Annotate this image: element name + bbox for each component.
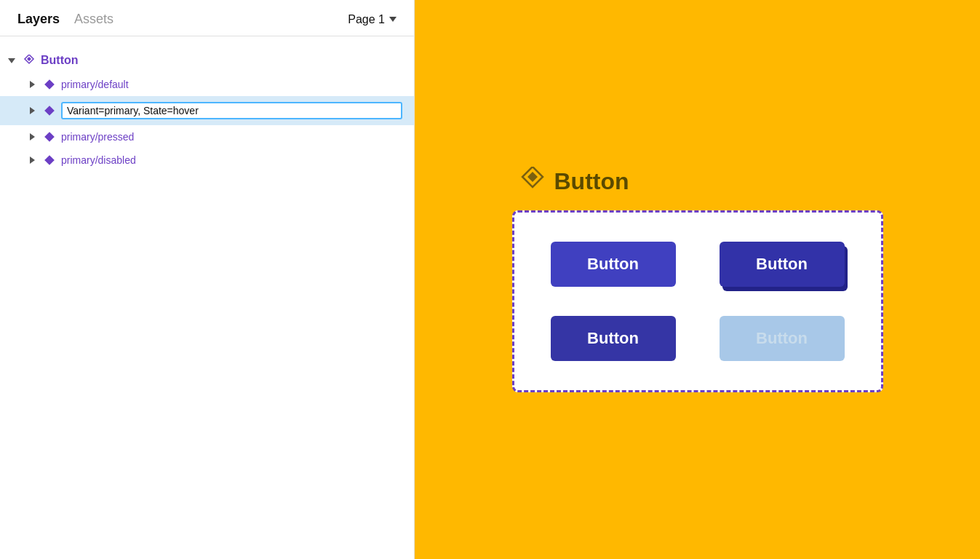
arrow-right-icon-2: [30, 107, 35, 114]
primary-pressed-label: primary/pressed: [61, 131, 402, 143]
layer-item-primary-disabled[interactable]: primary/disabled: [0, 148, 414, 172]
btn-primary-hover[interactable]: Button: [720, 242, 845, 287]
tabs: Layers Assets: [17, 12, 113, 27]
btn-primary-pressed[interactable]: Button: [551, 316, 676, 361]
expand-arrow-primary-pressed[interactable]: [26, 131, 38, 143]
page-selector[interactable]: Page 1: [348, 13, 397, 26]
variant-icon-hover: [44, 105, 55, 116]
component-icon: [23, 55, 35, 66]
arrow-right-icon: [30, 81, 35, 88]
left-panel: Layers Assets Page 1 Button: [0, 0, 415, 559]
top-bar: Layers Assets Page 1: [0, 0, 414, 36]
layer-item-button-component[interactable]: Button: [0, 48, 414, 73]
arrow-right-icon-4: [30, 156, 35, 164]
variant-icon-disabled: [44, 154, 55, 166]
right-panel: Button Button Button Button Button: [415, 0, 980, 559]
layer-item-primary-default[interactable]: primary/default: [0, 73, 414, 96]
arrow-down-icon: [8, 58, 15, 63]
expand-arrow-primary-disabled[interactable]: [26, 154, 38, 166]
tab-assets[interactable]: Assets: [74, 12, 113, 27]
layer-item-variant-primary-hover[interactable]: [0, 96, 414, 125]
layers-tree: Button primary/default: [0, 36, 414, 559]
tab-layers[interactable]: Layers: [17, 12, 60, 27]
primary-default-label: primary/default: [61, 79, 402, 90]
primary-disabled-label: primary/disabled: [61, 154, 402, 166]
layer-rename-input[interactable]: [61, 102, 402, 119]
canvas-title-text: Button: [554, 168, 629, 195]
btn-primary-default[interactable]: Button: [551, 242, 676, 287]
canvas-content: Button Button Button Button Button: [512, 167, 883, 392]
arrow-right-icon-3: [30, 133, 35, 140]
canvas-title: Button: [512, 167, 629, 196]
page-selector-label: Page 1: [348, 13, 385, 26]
btn-primary-disabled: Button: [720, 316, 845, 361]
layer-item-primary-pressed[interactable]: primary/pressed: [0, 125, 414, 148]
expand-arrow-button[interactable]: [6, 55, 17, 66]
expand-arrow-variant-hover[interactable]: [26, 105, 38, 116]
chevron-down-icon: [389, 17, 397, 22]
variant-icon-pressed: [44, 131, 55, 143]
button-component-label: Button: [41, 54, 402, 67]
canvas-component-icon: [519, 167, 546, 196]
expand-arrow-primary-default[interactable]: [26, 79, 38, 90]
variant-icon-primary-default: [44, 79, 55, 90]
button-grid-container: Button Button Button Button: [512, 210, 883, 392]
